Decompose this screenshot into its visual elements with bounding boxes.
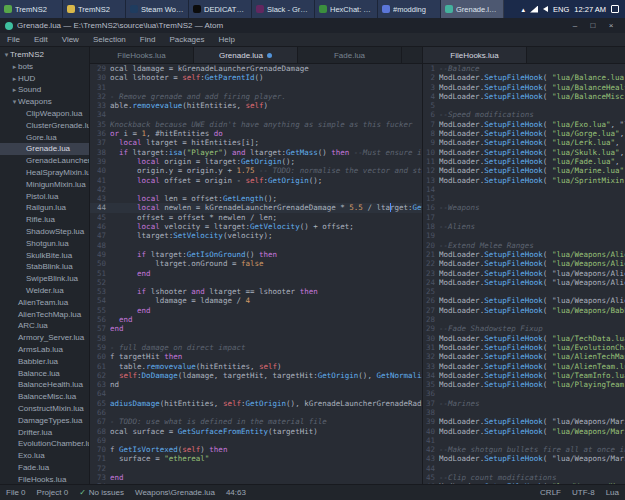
code-line[interactable]: 38 if ltarget:isa("Player") and ltarget:… bbox=[90, 148, 422, 157]
tree-file-minigunmixin-lua[interactable]: MinigunMixin.lua bbox=[0, 179, 89, 191]
code-line[interactable]: 35ModLoader.SetupFileHook( "lua/PlayingT… bbox=[423, 380, 625, 389]
taskbar-button[interactable]: TremNS2 bbox=[0, 0, 63, 18]
code-line[interactable]: 64 bbox=[90, 389, 422, 398]
code-line[interactable]: 8ModLoader.SetupFileHook( "lua/Gorge.lua… bbox=[423, 129, 625, 138]
tree-file-balancehealth-lua[interactable]: BalanceHealth.lua bbox=[0, 379, 89, 391]
tree-file-welder-lua[interactable]: Welder.lua bbox=[0, 285, 89, 297]
tree-folder-sound[interactable]: ▸Sound bbox=[0, 84, 89, 96]
code-line[interactable]: 60f targetHit then bbox=[90, 352, 422, 361]
status-file-0[interactable]: File 0 bbox=[6, 488, 26, 497]
taskbar-button[interactable]: #modding bbox=[378, 0, 441, 18]
code-line[interactable]: 19 bbox=[423, 231, 625, 240]
tree-folder-tremns2[interactable]: ▾TremNS2 bbox=[0, 49, 89, 61]
code-line[interactable]: 67- TODO: use what is defined in the mat… bbox=[90, 417, 422, 426]
code-line[interactable]: 65adiusDamage(hitEntities, self:GetOrigi… bbox=[90, 399, 422, 408]
clock[interactable]: 12:27 AM bbox=[574, 5, 606, 14]
code-line[interactable]: 57end bbox=[90, 324, 422, 333]
code-line[interactable]: 53 if lshooter and ltarget == lshooter t… bbox=[90, 287, 422, 296]
tree-folder-bots[interactable]: ▸bots bbox=[0, 61, 89, 73]
menu-file[interactable]: File bbox=[0, 33, 27, 47]
code-line[interactable]: 59- full damage on direct impact bbox=[90, 343, 422, 352]
tree-file-stabblink-lua[interactable]: StabBlink.lua bbox=[0, 261, 89, 273]
code-line[interactable]: 37--Marines bbox=[423, 399, 625, 408]
editor-tab[interactable]: Grenade.lua bbox=[194, 47, 298, 63]
code-line[interactable]: 36 bbox=[423, 389, 625, 398]
tree-file-fade-lua[interactable]: Fade.lua bbox=[0, 462, 89, 474]
menu-packages[interactable]: Packages bbox=[162, 33, 211, 47]
tray-chevron-icon[interactable]: ▴ bbox=[522, 6, 526, 13]
code-line[interactable]: 4ModLoader.SetupFileHook( "lua/BalanceMi… bbox=[423, 92, 625, 101]
code-line[interactable]: 56 end bbox=[90, 315, 422, 324]
status-project-0[interactable]: Project 0 bbox=[37, 488, 69, 497]
code-line[interactable]: 61 table.removevalue(hitEntities, self) bbox=[90, 362, 422, 371]
code-line[interactable]: 48 bbox=[90, 241, 422, 250]
tree-file-shotgun-lua[interactable]: Shotgun.lua bbox=[0, 238, 89, 250]
code-line[interactable]: 45 offset = offset * newlen / len; bbox=[90, 213, 422, 222]
tree-file-railgun-lua[interactable]: Railgun.lua bbox=[0, 202, 89, 214]
code-line[interactable]: 68ocal surface = GetSurfaceFromEntity(ta… bbox=[90, 427, 422, 436]
status-utf-8[interactable]: UTF-8 bbox=[572, 488, 595, 497]
code-line[interactable]: 29--Fade Shadowstep Fixup bbox=[423, 324, 625, 333]
code-line[interactable]: 50 ltarget.onGround = false bbox=[90, 259, 422, 268]
taskbar-button[interactable]: HexChat: Zdrytch... bbox=[315, 0, 378, 18]
code-line[interactable]: 45--Clip count modifications bbox=[423, 473, 625, 482]
tree-file-damagetypes-lua[interactable]: DamageTypes.lua bbox=[0, 415, 89, 427]
editor-tab[interactable]: Fade.lua bbox=[298, 47, 402, 63]
tree-file-rifle-lua[interactable]: Rifle.lua bbox=[0, 214, 89, 226]
status-no-issues[interactable]: ✓No issues bbox=[79, 488, 124, 497]
code-line[interactable]: 73end bbox=[90, 473, 422, 482]
code-line[interactable]: 52 bbox=[90, 278, 422, 287]
maximize-button[interactable]: □ bbox=[584, 18, 602, 33]
code-line[interactable]: 72 bbox=[90, 464, 422, 473]
tree-file-balance-lua[interactable]: Balance.lua bbox=[0, 368, 89, 380]
notification-center-icon[interactable] bbox=[611, 5, 619, 13]
editor-tab[interactable]: FileHooks.lua bbox=[90, 47, 194, 63]
menu-find[interactable]: Find bbox=[133, 33, 163, 47]
code-line[interactable]: 12ModLoader.SetupFileHook( "lua/Marine.l… bbox=[423, 166, 625, 175]
code-line[interactable]: 15 bbox=[423, 194, 625, 203]
code-line[interactable]: 24ModLoader.SetupFileHook( "lua/Weapons/… bbox=[423, 278, 625, 287]
tree-file-babbler-lua[interactable]: Babbler.lua bbox=[0, 356, 89, 368]
status-crlf[interactable]: CRLF bbox=[540, 488, 561, 497]
code-line[interactable]: 22ModLoader.SetupFileHook( "lua/Weapons/… bbox=[423, 259, 625, 268]
code-line[interactable]: 46ModLoader.SetupFileHook( "lua/Weapons/… bbox=[423, 482, 625, 484]
tree-file-healspraymixin-lua[interactable]: HealSprayMixin.lua bbox=[0, 167, 89, 179]
code-line[interactable]: 43 local len = offset:GetLength(); bbox=[90, 194, 422, 203]
code-line[interactable]: 9ModLoader.SetupFileHook( "lua/Lerk.lua"… bbox=[423, 138, 625, 147]
code-line[interactable]: 41 local offset = origin - self:GetOrigi… bbox=[90, 176, 422, 185]
code-line[interactable]: 39ModLoader.SetupFileHook( "lua/Weapons/… bbox=[423, 417, 625, 426]
code-line[interactable]: 39 local origin = ltarget:GetOrigin(); bbox=[90, 157, 422, 166]
code-line[interactable]: 5 bbox=[423, 101, 625, 110]
code-line[interactable]: 36or i = 1, #hitEntities do bbox=[90, 129, 422, 138]
editor-right[interactable]: 1--Balance2ModLoader.SetupFileHook( "lua… bbox=[423, 64, 625, 484]
editor-left[interactable]: 29ocal ldamage = kGrenadeLauncherGrenade… bbox=[90, 64, 422, 484]
code-line[interactable]: 33able.removevalue(hitEntities, self) bbox=[90, 101, 422, 110]
code-line[interactable]: 74 bbox=[90, 482, 422, 484]
code-line[interactable]: 25 bbox=[423, 287, 625, 296]
code-line[interactable]: 3ModLoader.SetupFileHook( "lua/BalanceHe… bbox=[423, 83, 625, 92]
code-line[interactable]: 17 bbox=[423, 213, 625, 222]
tree-file-alienteam-lua[interactable]: AlienTeam.lua bbox=[0, 297, 89, 309]
volume-icon[interactable] bbox=[543, 6, 548, 12]
tree-file-skulkbite-lua[interactable]: SkulkBite.lua bbox=[0, 250, 89, 262]
tree-folder-hud[interactable]: ▸HUD bbox=[0, 73, 89, 85]
status-lua[interactable]: Lua bbox=[606, 488, 619, 497]
code-line[interactable]: 70f GetIsVortexed(self) then bbox=[90, 445, 422, 454]
code-line[interactable]: 47 ltarget:SetVelocity(velocity); bbox=[90, 231, 422, 240]
code-line[interactable]: 55 end bbox=[90, 306, 422, 315]
tree-file-balancemisc-lua[interactable]: BalanceMisc.lua bbox=[0, 391, 89, 403]
code-line[interactable]: 32- Remove grenade and add firing player… bbox=[90, 92, 422, 101]
code-line[interactable]: 26ModLoader.SetupFileHook( "lua/Weapons/… bbox=[423, 296, 625, 305]
code-line[interactable]: 38 bbox=[423, 408, 625, 417]
status-44-63[interactable]: 44:63 bbox=[226, 488, 246, 497]
code-line[interactable]: 40 origin.y = origin.y + 1.75 -- TODO: n… bbox=[90, 166, 422, 175]
tree-file-armory-server-lua[interactable]: Armory_Server.lua bbox=[0, 332, 89, 344]
language-indicator[interactable]: ENG bbox=[553, 5, 569, 14]
menu-selection[interactable]: Selection bbox=[86, 33, 133, 47]
code-line[interactable]: 16--Weapons bbox=[423, 203, 625, 212]
code-line[interactable]: 40ModLoader.SetupFileHook( "lua/Weapons/… bbox=[423, 427, 625, 436]
tree-file-grenade-lua[interactable]: Grenade.lua bbox=[0, 143, 89, 155]
code-line[interactable]: 58 bbox=[90, 334, 422, 343]
tree-file-swipeblink-lua[interactable]: SwipeBlink.lua bbox=[0, 273, 89, 285]
code-line[interactable]: 6--Speed modifications bbox=[423, 110, 625, 119]
